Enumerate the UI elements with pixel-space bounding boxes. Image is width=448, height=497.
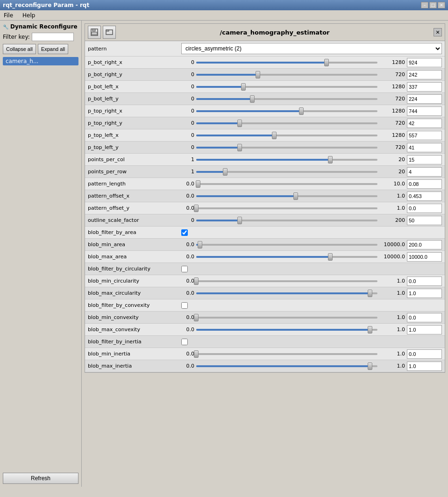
open-icon [105,28,114,36]
param-checkbox[interactable] [181,266,188,272]
slider-track[interactable] [196,147,377,149]
param-value-input[interactable] [407,240,442,249]
slider-track[interactable] [196,317,377,319]
slider-thumb[interactable] [328,253,333,261]
slider-thumb[interactable] [194,350,199,358]
slider-track[interactable] [196,244,377,246]
param-value-input[interactable] [407,143,442,152]
slider-thumb[interactable] [196,180,200,188]
open-panel-button[interactable] [103,26,116,39]
param-value-input[interactable] [407,179,442,189]
param-min-label: 0.0 [177,193,194,199]
param-value-input[interactable] [407,204,442,213]
param-value-input[interactable] [407,362,442,371]
save-panel-button[interactable] [88,26,101,39]
slider-track[interactable] [196,183,377,185]
menu-help[interactable]: Help [21,12,37,19]
slider-track[interactable] [196,365,377,367]
slider-thumb[interactable] [299,107,304,115]
param-value-input[interactable] [407,216,442,225]
slider-container [196,132,377,139]
slider-track[interactable] [196,353,377,355]
param-row: blob_filter_by_circularity [85,263,445,275]
param-value-input[interactable] [407,192,442,201]
slider-thumb[interactable] [198,241,202,248]
slider-track[interactable] [196,135,377,136]
collapse-all-button[interactable]: Collapse all [3,44,36,54]
slider-track[interactable] [196,171,377,173]
param-value-input[interactable] [407,167,442,177]
maximize-button[interactable]: □ [429,2,437,8]
tree-item-camera[interactable]: camera_h... [3,57,78,65]
close-button[interactable]: ✕ [438,2,445,8]
slider-track[interactable] [196,220,377,221]
expand-all-button[interactable]: Expand all [38,44,68,54]
slider-thumb[interactable] [237,144,242,151]
slider-thumb[interactable] [237,217,242,224]
param-max-label: 10.0 [379,181,405,187]
slider-thumb[interactable] [272,132,277,139]
slider-thumb[interactable] [241,83,246,91]
slider-track[interactable] [196,256,377,258]
slider-thumb[interactable] [194,205,199,212]
param-value-input[interactable] [407,325,442,334]
slider-fill [196,110,301,112]
param-value-input[interactable] [407,313,442,322]
param-value-input[interactable] [407,70,442,79]
slider-thumb[interactable] [250,95,255,103]
param-value-input[interactable] [407,82,442,92]
slider-thumb[interactable] [368,290,372,297]
sidebar-title: 🔧 Dynamic Reconfigure [3,23,78,30]
slider-track[interactable] [196,86,377,88]
slider-thumb[interactable] [293,192,298,200]
slider-thumb[interactable] [194,277,199,285]
slider-container [196,253,377,261]
slider-track[interactable] [196,329,377,331]
slider-thumb[interactable] [324,59,329,66]
slider-track[interactable] [196,207,377,209]
filter-key-label: Filter key: [3,34,30,40]
slider-container [196,83,377,91]
param-value-input[interactable] [407,277,442,286]
slider-thumb[interactable] [328,156,333,163]
slider-thumb[interactable] [194,314,199,321]
slider-thumb[interactable] [223,168,228,176]
param-value-input[interactable] [407,119,442,128]
filter-key-input[interactable] [32,33,74,41]
param-min-label: 0 [177,120,194,126]
param-value-input[interactable] [407,94,442,104]
param-value-input[interactable] [407,349,442,359]
slider-track[interactable] [196,122,377,124]
slider-track[interactable] [196,110,377,112]
param-row: blob_max_area 0.0 10000.0 [85,251,445,263]
param-name-label: p_bot_right_y [88,71,177,78]
slider-track[interactable] [196,195,377,197]
slider-track[interactable] [196,62,377,64]
slider-thumb[interactable] [368,362,372,370]
pattern-select[interactable]: circles_asymmetric (2) circles_symmetric… [181,43,442,54]
slider-track[interactable] [196,74,377,76]
slider-thumb[interactable] [237,120,242,127]
slider-thumb[interactable] [368,326,372,334]
param-value-input[interactable] [407,252,442,262]
slider-thumb[interactable] [256,71,260,78]
slider-track[interactable] [196,98,377,100]
param-value-input[interactable] [407,106,442,116]
menu-file[interactable]: File [2,12,15,19]
slider-track[interactable] [196,292,377,294]
refresh-button[interactable]: Refresh [3,473,78,484]
param-min-label: 0 [177,96,194,102]
param-value-input[interactable] [407,131,442,140]
param-max-label: 720 [379,144,405,150]
panel-close-button[interactable]: ✕ [434,28,442,36]
param-value-input[interactable] [407,289,442,298]
minimize-button[interactable]: – [421,2,428,8]
param-value-input[interactable] [407,155,442,164]
slider-track[interactable] [196,280,377,282]
param-checkbox[interactable] [181,302,188,309]
param-checkbox[interactable] [181,229,188,236]
param-value-input[interactable] [407,58,442,67]
param-checkbox[interactable] [181,339,188,345]
param-name-label: p_bot_left_x [88,84,177,90]
slider-track[interactable] [196,159,377,161]
